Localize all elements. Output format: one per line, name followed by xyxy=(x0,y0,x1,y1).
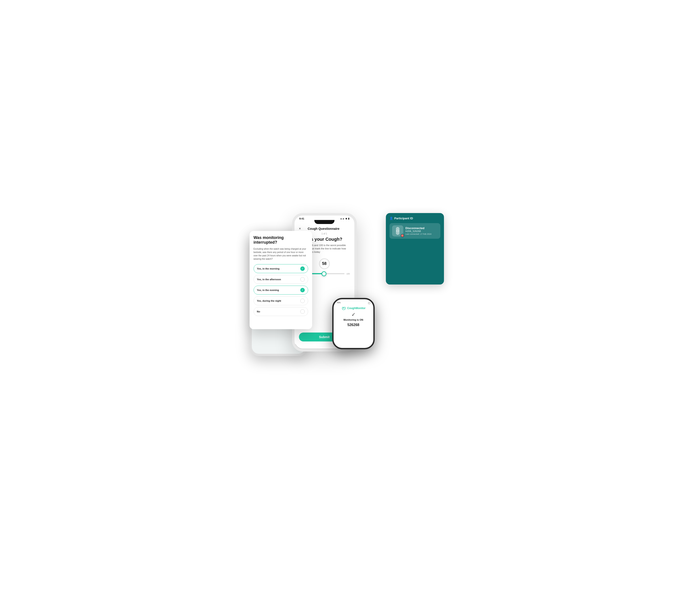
battery-icon-center: ▮ xyxy=(348,217,349,220)
scene: 9:41 ▲▲▲ ◈ ▮ ≡ 👤 Participant xyxy=(250,213,451,396)
disc-watch-svg xyxy=(394,226,402,236)
option-check-1 xyxy=(300,277,305,282)
status-icons-center: ▲▲ ◈ ▮ xyxy=(340,217,349,220)
svg-point-7 xyxy=(396,230,399,232)
watch-logo-svg xyxy=(341,307,346,310)
svg-rect-6 xyxy=(397,233,398,235)
disc-device-info: Disconnected H206_526268 Last connected:… xyxy=(406,226,432,235)
monitoring-interrupted-desc: Excluding when the watch was being charg… xyxy=(254,247,308,261)
option-row-0[interactable]: Yes, in the morning✓ xyxy=(254,264,308,273)
option-label-3: Yes, during the night xyxy=(257,299,281,302)
notch-center xyxy=(294,220,354,224)
option-check-3 xyxy=(300,299,305,303)
option-label-0: Yes, in the morning xyxy=(257,267,279,270)
option-row-4[interactable]: No xyxy=(254,307,308,316)
close-button[interactable]: × xyxy=(299,227,301,231)
disconnected-x-badge: ✕ xyxy=(400,234,404,238)
options-list: Yes, in the morning✓Yes, in the afternoo… xyxy=(254,264,308,316)
watch-status-bar: 76% ⬡ xyxy=(337,301,370,304)
option-check-4 xyxy=(300,309,305,314)
watch-side-button[interactable] xyxy=(373,319,375,328)
tablet-back: 👤 Participant ID ✕ Disconnected H206_526… xyxy=(386,213,444,284)
option-check-2: ✓ xyxy=(300,288,305,292)
watch-monitoring-label: Monitoring is ON xyxy=(343,318,363,321)
watch-device-id: 526268 xyxy=(347,323,359,327)
option-label-4: No xyxy=(257,310,260,313)
option-label-1: Yes, in the afternoon xyxy=(257,278,281,281)
monitoring-interrupted-title: Was monitoring interrupted? xyxy=(254,236,308,245)
watch-battery: 76% xyxy=(337,301,341,304)
watch-logo-area: CoughMonitor xyxy=(341,307,365,310)
watch-bluetooth-icon: ⬡ xyxy=(368,301,370,304)
option-row-1[interactable]: Yes, in the afternoon xyxy=(254,275,308,284)
person-icon-tablet: 👤 xyxy=(389,216,393,220)
time-center: 9:41 xyxy=(300,217,304,220)
watch-check-icon: ✓ xyxy=(352,312,356,317)
slider-thumb[interactable] xyxy=(322,271,326,276)
dynamic-island-center xyxy=(314,220,335,224)
tablet-front: Was monitoring interrupted? Excluding wh… xyxy=(250,231,312,329)
watch-screen: 76% ⬡ CoughMonitor ✓ Monitoring is ON 52… xyxy=(334,299,373,348)
signal-icon-center: ▲▲ xyxy=(340,217,344,220)
smartwatch: 76% ⬡ CoughMonitor ✓ Monitoring is ON 52… xyxy=(332,298,375,349)
wifi-icon-center: ◈ xyxy=(345,217,347,220)
disc-watch-icon-box: ✕ xyxy=(392,225,403,237)
slider-value-bubble: 58 xyxy=(319,258,330,269)
disconnected-card: ✕ Disconnected H206_526268 Last connecte… xyxy=(389,223,440,239)
option-check-0: ✓ xyxy=(300,266,305,271)
option-row-2[interactable]: Yes, in the evening✓ xyxy=(254,285,308,295)
svg-rect-5 xyxy=(397,227,398,228)
option-label-2: Yes, in the evening xyxy=(257,289,279,292)
watch-app-name: CoughMonitor xyxy=(347,307,365,310)
option-row-3[interactable]: Yes, during the night xyxy=(254,296,308,305)
questionnaire-header-bar: × Cough Questionnaire xyxy=(299,227,350,231)
questionnaire-screen-title: Cough Questionnaire xyxy=(308,227,339,230)
slider-max-label: 100 xyxy=(346,273,350,275)
tablet-back-header: 👤 Participant ID xyxy=(389,216,440,220)
